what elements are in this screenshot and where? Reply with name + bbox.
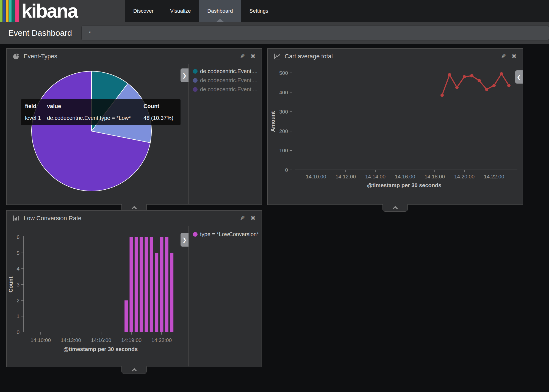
panel-title: Event-Types [24, 53, 57, 60]
close-panel-icon[interactable]: ✖ [512, 53, 517, 59]
panel-event-types: Event-Types ✎ ✖ de.codecentric.Event....… [6, 48, 262, 205]
svg-text:@timestamp per 30 seconds: @timestamp per 30 seconds [367, 182, 442, 188]
dashboard-grid: Event-Types ✎ ✖ de.codecentric.Event....… [0, 44, 549, 392]
svg-text:14:14:00: 14:14:00 [365, 174, 386, 180]
logo-stripe [15, 0, 19, 22]
legend-item[interactable]: de.codecentric.Event.... [193, 68, 261, 74]
top-navbar: kibana Discover Visualize Dashboard Sett… [0, 0, 549, 22]
legend-dot [193, 87, 198, 92]
legend-dot [193, 78, 198, 83]
nav-item-discover[interactable]: Discover [125, 0, 162, 22]
svg-text:14:10:00: 14:10:00 [306, 174, 326, 180]
nav-item-dashboard[interactable]: Dashboard [199, 0, 241, 22]
legend-collapse-tab[interactable]: ❯ [181, 233, 188, 247]
logo-stripe [9, 0, 12, 22]
pie-chart-icon [13, 53, 20, 60]
svg-text:400: 400 [279, 90, 288, 95]
svg-text:Count: Count [8, 277, 14, 292]
legend-label: type = *LowConversion* [200, 231, 259, 238]
nav-item-settings[interactable]: Settings [241, 0, 277, 22]
svg-text:100: 100 [279, 148, 288, 153]
tooltip-header-value: value [47, 102, 143, 112]
panel-low-conversion-rate: Low Conversion Rate ✎ ✖ 012345614:10:001… [6, 210, 262, 367]
svg-text:14:16:00: 14:16:00 [91, 337, 111, 343]
svg-text:14:10:00: 14:10:00 [31, 337, 51, 343]
logo-stripe [12, 0, 15, 22]
edit-panel-icon[interactable]: ✎ [501, 53, 506, 59]
query-input[interactable] [81, 26, 549, 40]
kibana-logo-text: kibana [21, 1, 77, 21]
tooltip-header-count: Count [143, 102, 176, 112]
logo-stripe [6, 0, 9, 22]
svg-text:14:19:00: 14:19:00 [121, 337, 142, 343]
line-chart[interactable]: 010020030040050014:10:0014:12:0014:14:00… [269, 64, 522, 202]
legend-item[interactable]: type = *LowConversion* [193, 231, 261, 238]
tooltip-cell-value: de.codecentric.Event.type = *Low* [47, 112, 143, 122]
svg-text:14:12:00: 14:12:00 [336, 174, 356, 180]
legend-dot [193, 232, 198, 237]
legend-item[interactable]: de.codecentric.Event.... [193, 86, 261, 93]
svg-text:300: 300 [279, 109, 288, 115]
panel-collapse-handle[interactable] [121, 366, 147, 374]
bar-chart[interactable]: 012345614:10:0014:13:0014:16:0014:19:001… [8, 226, 187, 366]
dashboard-toolbar: Event Dashboard [0, 22, 549, 44]
kibana-logo[interactable]: kibana [0, 0, 125, 22]
svg-text:14:20:00: 14:20:00 [454, 174, 475, 180]
bar-legend: type = *LowConversion* [188, 226, 261, 366]
svg-text:6: 6 [16, 234, 20, 240]
svg-text:500: 500 [279, 70, 288, 76]
panel-header: Event-Types ✎ ✖ [7, 49, 262, 64]
legend-item[interactable]: de.codecentric.Event.... [193, 77, 261, 84]
svg-text:4: 4 [16, 266, 20, 272]
tooltip-header-field: field [25, 102, 47, 112]
panel-collapse-handle[interactable] [382, 204, 408, 212]
svg-text:Amount: Amount [270, 111, 276, 132]
panel-actions: ✎ ✖ [240, 53, 256, 59]
panel-actions: ✎ ✖ [240, 215, 256, 221]
panel-title: Cart average total [285, 53, 333, 60]
active-tab-caret [216, 19, 224, 22]
legend-dot [193, 69, 198, 74]
svg-text:5: 5 [16, 250, 20, 256]
svg-text:3: 3 [16, 282, 20, 288]
panel-cart-average-total: Cart average total ✎ ✖ 01002003004005001… [267, 48, 523, 205]
svg-text:14:22:00: 14:22:00 [484, 174, 504, 180]
nav-item-visualize[interactable]: Visualize [162, 0, 199, 22]
line-chart-icon [274, 53, 281, 60]
edit-panel-icon[interactable]: ✎ [240, 53, 245, 59]
legend-collapse-tab[interactable]: ❯ [181, 68, 188, 82]
svg-text:14:22:00: 14:22:00 [151, 337, 172, 343]
legend-label: de.codecentric.Event.... [200, 86, 257, 93]
legend-label: de.codecentric.Event.... [200, 77, 257, 84]
pie-chart[interactable] [7, 64, 188, 205]
close-panel-icon[interactable]: ✖ [251, 53, 256, 59]
svg-text:14:13:00: 14:13:00 [61, 337, 81, 343]
svg-text:2: 2 [16, 298, 20, 303]
svg-text:@timestamp per 30 seconds: @timestamp per 30 seconds [63, 346, 138, 352]
panel-header: Cart average total ✎ ✖ [268, 49, 523, 64]
svg-text:0: 0 [16, 329, 20, 335]
logo-stripe [3, 0, 5, 22]
main-nav: Discover Visualize Dashboard Settings [125, 0, 276, 22]
svg-text:14:18:00: 14:18:00 [425, 174, 445, 180]
nav-item-label: Dashboard [207, 8, 233, 14]
panel-actions: ✎ ✖ [501, 53, 517, 59]
tooltip-cell-count: 48 (10.37%) [143, 112, 176, 122]
svg-text:0: 0 [285, 167, 288, 173]
close-panel-icon[interactable]: ✖ [251, 215, 256, 221]
svg-text:14:16:00: 14:16:00 [395, 174, 415, 180]
logo-stripe [0, 0, 2, 22]
bar-chart-icon [13, 215, 20, 222]
legend-label: de.codecentric.Event.... [200, 68, 257, 74]
pie-tooltip: field value Count level 1 de.codecentric… [21, 99, 181, 125]
svg-text:200: 200 [279, 128, 288, 134]
panel-title: Low Conversion Rate [24, 215, 81, 222]
edit-panel-icon[interactable]: ✎ [240, 215, 245, 221]
panel-header: Low Conversion Rate ✎ ✖ [7, 211, 262, 226]
tooltip-cell-field: level 1 [25, 112, 47, 122]
dashboard-title: Event Dashboard [8, 22, 72, 44]
legend-expand-tab[interactable]: ❮ [515, 70, 523, 84]
chevron-up-icon [132, 368, 137, 373]
kibana-logo-stripes [0, 0, 19, 22]
pie-legend: de.codecentric.Event.... de.codecentric.… [188, 64, 261, 204]
